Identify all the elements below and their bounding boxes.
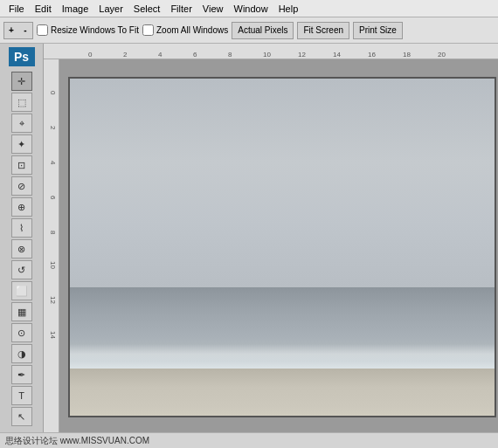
ruler-top: 02468101214161820 — [44, 44, 498, 59]
ps-logo: Ps — [9, 47, 35, 66]
content-row: Ps ✛⬚⌖✦⊡⊘⊕⌇⊗↺⬜▦⊙◑✒T↖ 02468101214161820 0… — [0, 44, 498, 432]
ruler-h-mark: 18 — [405, 51, 440, 59]
lasso-tool[interactable]: ⌖ — [11, 114, 32, 133]
beach-sky — [70, 79, 495, 287]
menu-item-image[interactable]: Image — [57, 2, 94, 16]
zoom-controls: + - — [3, 22, 33, 39]
toolbox: Ps ✛⬚⌖✦⊡⊘⊕⌇⊗↺⬜▦⊙◑✒T↖ — [0, 44, 44, 432]
type-tool[interactable]: T — [11, 386, 32, 405]
ruler-h-mark: 12 — [301, 51, 335, 59]
ruler-h-mark: 4 — [161, 51, 196, 59]
ruler-v-mark: 0 — [44, 59, 59, 94]
ruler-v-mark: 6 — [44, 164, 59, 199]
ruler-h-mark: 16 — [370, 51, 405, 59]
beach-waves — [70, 344, 495, 369]
zoom-all-checkbox[interactable]: Zoom All Windows — [142, 24, 228, 36]
menu-bar: FileEditImageLayerSelectFilterViewWindow… — [0, 0, 498, 17]
status-bar: 思络设计论坛 www.MISSVUAN.COM — [0, 432, 498, 448]
zoom-out-button[interactable]: - — [18, 23, 32, 38]
menu-item-file[interactable]: File — [3, 2, 30, 16]
ruler-left: 02468101214 — [44, 59, 59, 432]
ruler-v-mark: 2 — [44, 94, 59, 129]
menu-item-filter[interactable]: Filter — [165, 2, 197, 16]
ruler-h-mark: 20 — [440, 51, 475, 59]
move-tool[interactable]: ✛ — [11, 72, 32, 91]
gradient-tool[interactable]: ▦ — [11, 302, 32, 321]
path-selection-tool[interactable]: ↖ — [11, 407, 32, 426]
ruler-h-mark: 6 — [196, 51, 231, 59]
menu-item-edit[interactable]: Edit — [30, 2, 57, 16]
print-size-button[interactable]: Print Size — [353, 22, 403, 39]
crop-tool[interactable]: ⊡ — [11, 155, 32, 175]
eraser-tool[interactable]: ⬜ — [11, 281, 32, 300]
watermark-text: 思络设计论坛 www.MISSVUAN.COM — [5, 435, 149, 447]
ruler-h-mark: 14 — [335, 51, 370, 59]
ruler-h-mark: 2 — [126, 51, 161, 59]
menu-item-window[interactable]: Window — [229, 2, 273, 16]
ruler-v-mark: 10 — [44, 234, 59, 269]
canvas-container: 02468101214161820 02468101214 — [44, 44, 498, 432]
menu-item-help[interactable]: Help — [273, 2, 304, 16]
actual-pixels-button[interactable]: Actual Pixels — [232, 22, 294, 39]
brush-tool[interactable]: ⌇ — [11, 218, 32, 238]
eyedropper-tool[interactable]: ⊘ — [11, 176, 32, 196]
history-brush-tool[interactable]: ↺ — [11, 260, 32, 279]
beach-sea — [70, 287, 495, 369]
fit-screen-button[interactable]: Fit Screen — [297, 22, 349, 39]
ruler-v-mark: 4 — [44, 129, 59, 164]
menu-item-layer[interactable]: Layer — [93, 2, 128, 16]
pen-tool[interactable]: ✒ — [11, 365, 32, 384]
ruler-marks-horizontal: 02468101214161820 — [91, 44, 475, 59]
ruler-h-mark: 0 — [91, 51, 126, 59]
menu-item-select[interactable]: Select — [128, 2, 166, 16]
ruler-v-mark: 14 — [44, 304, 59, 339]
blur-tool[interactable]: ⊙ — [11, 323, 32, 342]
toolbar: + - Resize Windows To Fit Zoom All Windo… — [0, 17, 498, 44]
resize-windows-checkbox[interactable]: Resize Windows To Fit — [37, 24, 139, 36]
ruler-v-mark: 8 — [44, 199, 59, 234]
menu-item-view[interactable]: View — [197, 2, 229, 16]
dodge-tool[interactable]: ◑ — [11, 344, 32, 363]
zoom-in-button[interactable]: + — [4, 23, 18, 38]
canvas-wrapper — [59, 59, 498, 432]
photoshop-app: FileEditImageLayerSelectFilterViewWindow… — [0, 0, 498, 448]
canvas-image — [68, 77, 496, 417]
marquee-tool[interactable]: ⬚ — [11, 93, 32, 112]
clone-stamp-tool[interactable]: ⊗ — [11, 239, 32, 258]
ruler-h-mark: 8 — [231, 51, 266, 59]
spot-healing-tool[interactable]: ⊕ — [11, 197, 32, 217]
ruler-v-mark: 12 — [44, 269, 59, 304]
beach-sand — [70, 369, 495, 416]
ruler-h-mark: 10 — [266, 51, 301, 59]
magic-wand-tool[interactable]: ✦ — [11, 134, 32, 154]
